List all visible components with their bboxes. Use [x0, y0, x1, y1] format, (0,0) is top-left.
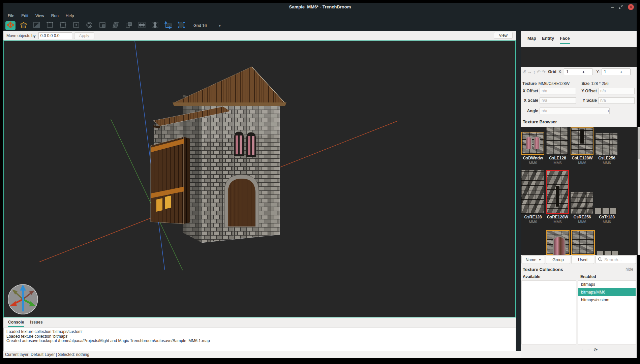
texture-search[interactable] — [596, 255, 636, 264]
texture-thumb-CsLE128W[interactable] — [571, 127, 593, 155]
flip-horizontal-button[interactable] — [137, 21, 147, 30]
csg-tool-button[interactable] — [124, 21, 134, 30]
rotate-tool-button[interactable] — [84, 21, 94, 30]
available-collections-list[interactable] — [521, 280, 576, 344]
texture-thumb-CsRE128W[interactable] — [546, 170, 569, 214]
tab-face[interactable]: Face — [560, 36, 570, 44]
plus-icon[interactable]: + — [604, 109, 613, 114]
reset-uv-icon[interactable]: ↺ — [522, 69, 526, 74]
close-icon[interactable]: × — [628, 4, 634, 10]
edge-tool-icon — [59, 22, 67, 30]
texture-name: CsLE128 — [545, 156, 570, 160]
viewport-3d[interactable] — [3, 40, 516, 317]
minus-icon[interactable]: − — [608, 69, 617, 74]
y-scale-input[interactable] — [598, 97, 635, 104]
flip-horizontal-icon — [138, 22, 146, 30]
rotate-cw-icon[interactable]: ↷ — [542, 69, 545, 74]
texture-thumb-CsLE128[interactable] — [546, 127, 568, 155]
tab-map[interactable]: Map — [527, 36, 536, 44]
plus-icon[interactable]: + — [617, 69, 626, 74]
scale-tool-button[interactable] — [97, 21, 108, 30]
tab-console[interactable]: Console — [8, 320, 24, 327]
grid-size-dropdown[interactable]: Grid 16 ▾ — [193, 23, 221, 28]
plus-icon[interactable]: + — [579, 69, 588, 74]
texture-name: CsRE128 — [521, 215, 545, 219]
texture-collection: MM6 — [570, 161, 595, 165]
menu-file[interactable]: File — [8, 13, 14, 18]
face-tool-button[interactable] — [71, 21, 81, 30]
angle-stepper[interactable]: − + — [540, 108, 610, 114]
minimize-icon[interactable]: – — [611, 4, 614, 10]
x-offset-input[interactable] — [540, 88, 576, 94]
tab-entity[interactable]: Entity — [542, 36, 554, 44]
y-offset-input[interactable] — [598, 88, 635, 94]
x-scale-input[interactable] — [540, 97, 576, 104]
texture-thumb-cropped[interactable] — [597, 251, 619, 255]
console-log[interactable]: Loaded texture collection 'bitmaps/custo… — [3, 328, 516, 351]
grid-y-stepper[interactable]: 1 − + — [602, 68, 631, 75]
menu-edit[interactable]: Edit — [21, 13, 28, 18]
reload-collections-icon[interactable]: ⟳ — [593, 347, 598, 353]
move-objects-input[interactable] — [38, 32, 72, 39]
brush-tool-button[interactable] — [19, 21, 29, 30]
texture-thumb-cropped[interactable] — [571, 230, 595, 255]
menu-run[interactable]: Run — [51, 13, 59, 18]
uv-lock-toggle-button[interactable] — [176, 21, 186, 30]
edge-tool-button[interactable] — [58, 21, 68, 30]
texture-thumb-CsRE256[interactable] — [571, 192, 593, 214]
view-button[interactable]: View — [494, 32, 513, 39]
used-button[interactable]: Used — [571, 255, 594, 264]
menu-view[interactable]: View — [35, 13, 44, 18]
texture-name: CsRE256 — [570, 215, 595, 219]
grid-x-stepper[interactable]: 1 − + — [564, 68, 593, 75]
move-objects-label: Move objects by — [6, 33, 36, 38]
rotate-ccw-icon[interactable]: ↶ — [537, 69, 540, 74]
enabled-collections-list[interactable]: bitmaps bitmaps/MM6 bitmaps/custom — [578, 280, 636, 344]
group-button[interactable]: Group — [546, 255, 570, 264]
collection-item-selected[interactable]: bitmaps/MM6 — [578, 288, 636, 296]
flip-u-icon[interactable]: ↔ — [527, 69, 532, 74]
move-tool-icon — [6, 22, 14, 30]
remove-collection-icon[interactable]: − — [587, 347, 590, 353]
flip-v-icon[interactable]: ↕ — [533, 69, 536, 74]
menu-help[interactable]: Help — [66, 13, 74, 18]
compass-gizmo[interactable] — [8, 284, 38, 314]
collection-item[interactable]: bitmaps — [578, 281, 636, 288]
collection-item[interactable]: bitmaps/custom — [578, 296, 636, 304]
minus-icon[interactable]: − — [571, 69, 579, 74]
texture-browser-grid[interactable]: CsDWndw CsLE128 CsLE128W CsLE256 MM6 MM6… — [521, 127, 638, 255]
search-icon — [598, 257, 602, 263]
flip-vertical-button[interactable] — [150, 21, 160, 30]
hide-link[interactable]: hide — [626, 267, 633, 272]
texture-collection: MM6 — [545, 161, 570, 165]
grid-x-value[interactable]: 1 — [564, 69, 571, 74]
search-input[interactable] — [604, 257, 635, 262]
grid-y-value[interactable]: 1 — [602, 69, 608, 74]
texture-browser-scrollbar[interactable] — [638, 127, 640, 255]
sort-label: Name — [525, 257, 536, 262]
move-tool-button[interactable] — [5, 21, 16, 30]
vertex-tool-button[interactable] — [45, 21, 55, 30]
texture-thumb-cropped[interactable] — [546, 230, 570, 255]
available-header: Available — [523, 274, 540, 279]
texture-thumb-CsDWndw[interactable] — [521, 132, 544, 155]
tab-issues[interactable]: Issues — [30, 320, 42, 327]
clip-tool-button[interactable] — [32, 21, 42, 30]
texture-thumb-CsRE128[interactable] — [521, 170, 544, 214]
enabled-header: Enabled — [580, 274, 596, 279]
y-scale-label: Y Scale — [577, 98, 597, 103]
add-collection-icon[interactable]: + — [581, 347, 583, 353]
texture-lock-toggle-button[interactable] — [163, 21, 173, 30]
texture-thumb-CsTr128[interactable] — [595, 208, 617, 214]
sort-dropdown[interactable]: Name ▾ — [521, 255, 545, 264]
chevron-down-icon: ▾ — [539, 258, 541, 262]
restore-icon[interactable] — [618, 5, 623, 9]
uv-lock-icon — [177, 21, 185, 30]
minus-icon[interactable]: − — [596, 109, 604, 114]
size-value: 128 * 256 — [591, 81, 608, 86]
texture-thumb-CsLE256[interactable] — [595, 133, 617, 155]
shear-tool-button[interactable] — [111, 21, 121, 30]
angle-input[interactable] — [540, 108, 596, 114]
texture-collection: MM6 — [545, 220, 570, 224]
apply-button[interactable]: Apply — [74, 32, 94, 39]
